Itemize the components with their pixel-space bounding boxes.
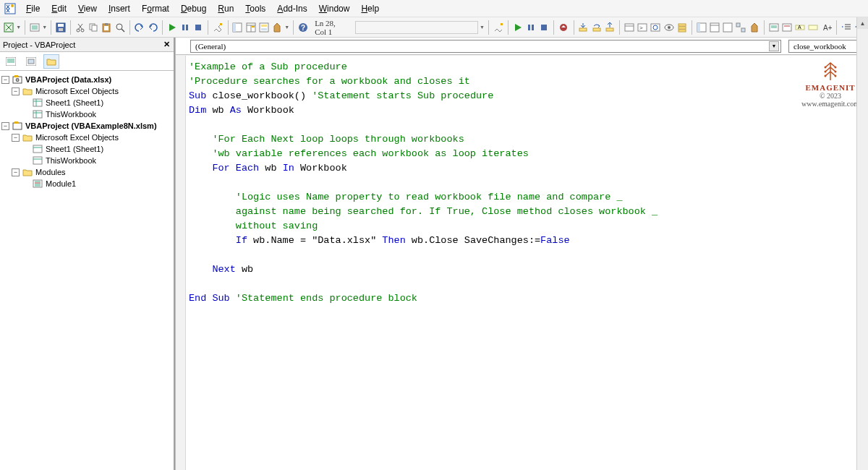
menu-file[interactable]: File [20, 2, 46, 15]
collapse-icon[interactable]: − [1, 76, 9, 84]
svg-rect-30 [261, 25, 267, 27]
properties-icon[interactable] [245, 20, 257, 35]
close-icon[interactable]: ✕ [161, 40, 172, 50]
step-out-icon[interactable] [604, 20, 616, 35]
object-browser-icon[interactable] [722, 20, 733, 35]
collapse-icon[interactable]: − [12, 87, 20, 95]
menu-window[interactable]: Window [313, 2, 356, 15]
step-over-icon[interactable] [591, 20, 603, 35]
collapse-icon[interactable]: − [12, 134, 20, 142]
complete-word-icon[interactable]: A+ [820, 20, 832, 35]
svg-point-101 [825, 67, 827, 69]
empty-combo[interactable] [355, 21, 478, 34]
insert-module-icon[interactable] [29, 20, 41, 35]
tree-sheet[interactable]: Sheet1 (Sheet1) [1, 143, 172, 155]
break-icon[interactable] [525, 20, 537, 35]
watch-icon[interactable] [650, 20, 661, 35]
collapse-icon[interactable]: − [12, 168, 20, 176]
svg-rect-28 [252, 26, 255, 27]
svg-point-49 [668, 26, 671, 29]
project-explorer-icon[interactable] [231, 20, 243, 35]
tree-thisworkbook[interactable]: ThisWorkbook [1, 108, 172, 120]
dropdown-icon[interactable]: ▼ [480, 25, 485, 30]
menu-edit[interactable]: Edit [46, 2, 72, 15]
copy-icon[interactable] [88, 20, 99, 35]
reset-icon[interactable] [192, 20, 204, 35]
quick-info-icon[interactable]: A [794, 20, 806, 35]
menu-addins[interactable]: Add-Ins [271, 2, 312, 15]
break-icon[interactable] [179, 20, 191, 35]
list-constants-icon[interactable] [781, 20, 793, 35]
svg-rect-58 [736, 23, 740, 27]
paste-icon[interactable] [101, 20, 112, 35]
menu-run[interactable]: Run [212, 2, 239, 15]
tree-project[interactable]: − VBAProject (VBAExample8N.xlsm) [1, 120, 172, 132]
help-icon[interactable]: ? [297, 20, 309, 35]
tree-thisworkbook[interactable]: ThisWorkbook [1, 155, 172, 166]
chevron-down-icon[interactable]: ▼ [769, 41, 779, 51]
toggle-breakpoint-icon[interactable] [558, 20, 569, 35]
view-excel-icon[interactable] [3, 20, 14, 35]
quick-watch-icon[interactable] [663, 20, 674, 35]
tree-folder[interactable]: − Microsoft Excel Objects [1, 85, 172, 97]
properties-icon[interactable] [709, 20, 720, 35]
undo-icon[interactable] [134, 20, 145, 35]
separator [619, 20, 620, 35]
svg-rect-24 [233, 23, 236, 32]
code-editor[interactable]: 'Example of a Sub procedure 'Procedure s… [176, 55, 868, 470]
run-icon[interactable] [166, 20, 178, 35]
cut-icon[interactable] [75, 20, 86, 35]
parameter-info-icon[interactable] [807, 20, 819, 35]
indent-icon[interactable] [840, 20, 851, 35]
dropdown-icon[interactable]: ▼ [42, 25, 47, 30]
tree-folder[interactable]: − Microsoft Excel Objects [1, 132, 172, 143]
menu-help[interactable]: Help [355, 2, 385, 15]
svg-rect-57 [723, 23, 732, 32]
menu-format[interactable]: Format [136, 2, 175, 15]
redo-icon[interactable] [147, 20, 158, 35]
tree-label: VBAProject (Data.xlsx) [25, 75, 111, 84]
vba-project-icon: ⚙ [12, 74, 23, 85]
toolbox-icon[interactable] [271, 20, 283, 35]
collapse-icon[interactable]: − [1, 122, 9, 130]
procedure-combo[interactable]: close_workbook [788, 40, 864, 53]
object-browser-icon[interactable] [258, 20, 270, 35]
step-into-icon[interactable] [577, 20, 589, 35]
scroll-up-icon[interactable]: ▲ [857, 17, 868, 29]
run-icon[interactable] [512, 20, 524, 35]
toolbox-icon[interactable] [749, 20, 760, 35]
reset-icon[interactable] [538, 20, 550, 35]
menu-debug[interactable]: Debug [175, 2, 212, 15]
svg-rect-35 [528, 25, 530, 30]
dropdown-icon[interactable]: ▼ [16, 25, 21, 30]
separator [488, 20, 489, 35]
locals-icon[interactable] [624, 20, 635, 35]
save-icon[interactable] [55, 20, 67, 35]
vertical-scrollbar[interactable]: ▲ [856, 17, 868, 470]
menu-view[interactable]: View [72, 2, 103, 15]
tree-label: Sheet1 (Sheet1) [46, 98, 103, 107]
design-mode-icon[interactable] [493, 20, 504, 35]
find-icon[interactable] [114, 20, 126, 35]
cursor-position: Ln 28, Col 1 [310, 19, 351, 36]
project-tree[interactable]: − ⚙ VBAProject (Data.xlsx) − Microsoft E… [0, 71, 174, 470]
separator [208, 20, 208, 35]
tree-module[interactable]: Module1 [1, 178, 172, 189]
immediate-icon[interactable]: > [637, 20, 648, 35]
design-mode-icon[interactable] [212, 20, 224, 35]
call-stack-icon[interactable] [676, 20, 688, 35]
dropdown-icon[interactable]: ▼ [284, 25, 289, 30]
object-combo[interactable]: (General) ▼ [190, 40, 781, 53]
project-explorer-icon[interactable] [696, 20, 707, 35]
code-text[interactable]: 'Example of a Sub procedure 'Procedure s… [189, 60, 864, 306]
tree-sheet[interactable]: Sheet1 (Sheet1) [1, 97, 172, 108]
menu-tools[interactable]: Tools [239, 2, 271, 15]
tree-folder[interactable]: − Modules [1, 166, 172, 178]
toggle-folders-icon[interactable] [43, 54, 59, 69]
list-properties-icon[interactable] [768, 20, 780, 35]
view-code-icon[interactable] [3, 54, 19, 69]
tree-project[interactable]: − ⚙ VBAProject (Data.xlsx) [1, 74, 172, 85]
tab-order-icon[interactable] [735, 20, 746, 35]
view-object-icon[interactable] [23, 54, 39, 69]
menu-insert[interactable]: Insert [103, 2, 136, 15]
